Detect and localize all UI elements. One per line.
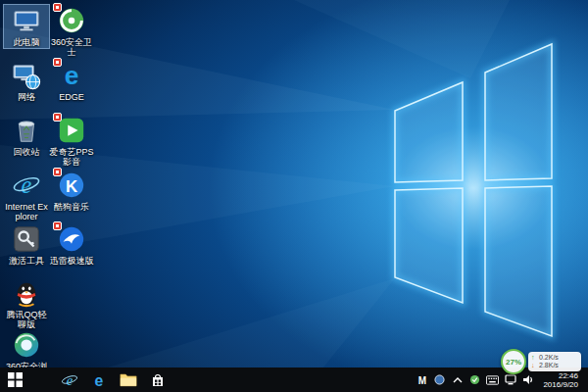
taskbar-store[interactable] bbox=[143, 368, 172, 392]
this-pc-icon bbox=[12, 6, 41, 35]
download-speed-row: ↓ 2.8K/s bbox=[531, 362, 578, 369]
svg-text:K: K bbox=[66, 177, 78, 196]
desktop-icon-label: 360安全卫士 bbox=[49, 37, 94, 57]
svg-text:e: e bbox=[67, 372, 74, 388]
desktop-icon-iqiyi-pps[interactable]: 爱奇艺PPS影音 bbox=[49, 115, 94, 168]
taskbar-pinned-apps: e e bbox=[55, 368, 172, 392]
tray-round-app-icon[interactable] bbox=[433, 372, 446, 388]
taskbar: e e M bbox=[0, 368, 588, 392]
taskbar-file-explorer[interactable] bbox=[114, 368, 143, 392]
desktop-icon-label: 酷狗音乐 bbox=[49, 202, 94, 212]
internet-explorer-icon: e bbox=[12, 171, 41, 200]
update-badge-icon bbox=[53, 168, 62, 176]
tray-m-app-icon[interactable]: M bbox=[416, 372, 428, 388]
folder-icon bbox=[120, 372, 137, 387]
clock-date: 2016/9/20 bbox=[543, 380, 578, 389]
desktop-icon-this-pc[interactable]: 此电脑 bbox=[4, 5, 49, 48]
360-safe-icon bbox=[57, 6, 86, 35]
desktop-icon-recycle-bin[interactable]: 回收站 bbox=[4, 115, 49, 158]
svg-text:e: e bbox=[65, 61, 79, 90]
tray-360-shield-icon[interactable] bbox=[468, 372, 481, 388]
desktop-icon-edge[interactable]: e EDGE bbox=[49, 60, 94, 103]
svg-text:e: e bbox=[22, 172, 32, 198]
desktop-icon-label: Internet Explorer bbox=[4, 202, 49, 221]
desktop-icon-label: 激活工具 bbox=[4, 256, 49, 266]
upload-speed-value: 0.2K/s bbox=[539, 354, 559, 362]
xunlei-bird-icon bbox=[57, 224, 86, 254]
internet-explorer-icon: e bbox=[61, 371, 78, 389]
desktop-icon-label: 爱奇艺PPS影音 bbox=[49, 147, 94, 167]
update-badge-icon bbox=[53, 221, 62, 230]
kugou-music-icon: K bbox=[57, 171, 86, 200]
360-browser-icon bbox=[12, 330, 41, 360]
desktop-icon-label: 腾讯QQ轻聊版 bbox=[4, 310, 49, 329]
recycle-bin-icon bbox=[12, 116, 41, 145]
svg-text:e: e bbox=[95, 371, 104, 388]
desktop-icon-label: 此电脑 bbox=[4, 37, 49, 47]
edge-icon: e bbox=[90, 371, 108, 389]
desktop-icon-label: 网络 bbox=[4, 92, 49, 102]
qq-penguin-icon bbox=[12, 278, 41, 308]
start-button[interactable] bbox=[0, 368, 29, 392]
desktop-icon-internet-explorer[interactable]: e Internet Explorer bbox=[4, 170, 49, 222]
desktop-icon-xunlei[interactable]: 迅雷极速版 bbox=[49, 223, 94, 267]
desktop-icon-label: 回收站 bbox=[4, 147, 49, 157]
store-bag-icon bbox=[150, 372, 166, 388]
taskbar-edge[interactable]: e bbox=[84, 368, 114, 392]
windows-logo-icon bbox=[8, 372, 23, 387]
network-speed-panel: ↑ 0.2K/s ↓ 2.8K/s bbox=[528, 352, 581, 371]
desktop-icon-activation-tool[interactable]: 激活工具 bbox=[4, 223, 49, 267]
download-arrow-icon: ↓ bbox=[531, 362, 539, 369]
upload-arrow-icon: ↑ bbox=[531, 354, 539, 362]
activation-tool-icon bbox=[12, 224, 41, 254]
show-hidden-icons-chevron-up-icon[interactable] bbox=[451, 372, 464, 388]
memory-percent-badge[interactable]: 27% bbox=[501, 349, 526, 374]
update-badge-icon bbox=[53, 113, 62, 122]
taskbar-internet-explorer[interactable]: e bbox=[55, 368, 84, 392]
touch-keyboard-icon[interactable] bbox=[486, 372, 499, 388]
desktop-icon-label: EDGE bbox=[49, 92, 94, 102]
speed-ball[interactable]: 27% ↑ 0.2K/s ↓ 2.8K/s bbox=[501, 349, 581, 374]
desktop-icon-network[interactable]: 网络 bbox=[4, 60, 49, 103]
svg-text:M: M bbox=[418, 375, 426, 386]
update-badge-icon bbox=[53, 3, 62, 12]
desktop: 此电脑 网络 回收站 e Internet Explorer 激活工具 腾讯QQ… bbox=[0, 0, 588, 392]
desktop-icon-kugou[interactable]: K 酷狗音乐 bbox=[49, 170, 94, 213]
download-speed-value: 2.8K/s bbox=[539, 362, 559, 369]
edge-icon: e bbox=[57, 61, 86, 90]
desktop-icon-label: 迅雷极速版 bbox=[49, 256, 94, 266]
network-icon bbox=[12, 61, 41, 90]
desktop-icon-tencent-qq[interactable]: 腾讯QQ轻聊版 bbox=[4, 277, 49, 330]
desktop-icon-360-safe[interactable]: 360安全卫士 bbox=[49, 5, 94, 58]
iqiyi-pps-icon bbox=[57, 116, 86, 145]
update-badge-icon bbox=[53, 58, 62, 67]
upload-speed-row: ↑ 0.2K/s bbox=[531, 354, 578, 362]
